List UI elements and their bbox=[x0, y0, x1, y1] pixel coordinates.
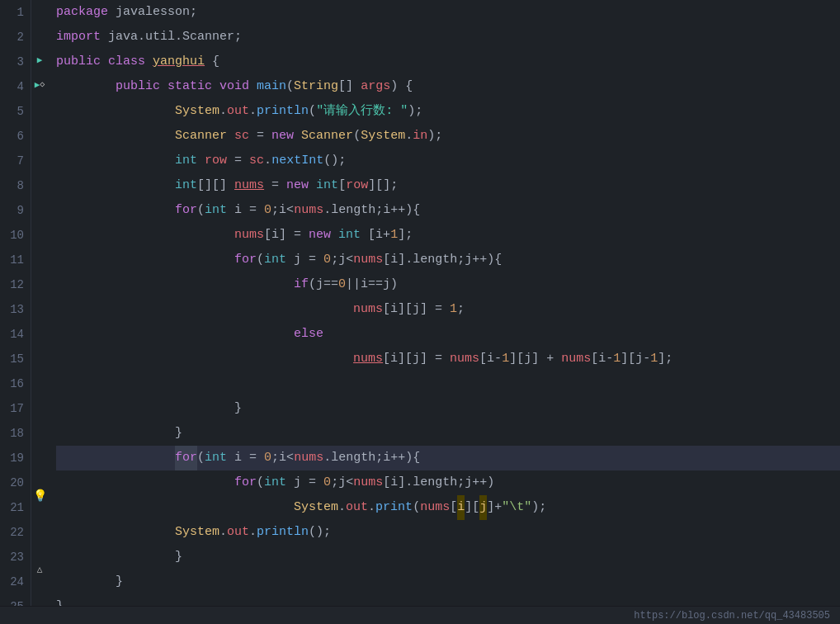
token-int-11: int bbox=[264, 248, 286, 272]
token-zero-11: 0 bbox=[323, 248, 331, 272]
token-package: package bbox=[56, 0, 116, 25]
code-line-21: System.out.print(nums[i][j]+"\t"); bbox=[56, 495, 840, 520]
token-int-19: int bbox=[205, 446, 227, 470]
line-num-14: 14 bbox=[5, 322, 24, 347]
token-nums-9: nums bbox=[294, 198, 323, 223]
token-space-6a bbox=[227, 124, 234, 149]
token-brace-25: } bbox=[56, 594, 64, 606]
gutter-18 bbox=[31, 412, 48, 436]
token-dot-7: . bbox=[264, 149, 271, 173]
token-bracket-15d: [i- bbox=[591, 347, 613, 371]
token-semi-9a: ;i< bbox=[271, 198, 294, 223]
token-args: args bbox=[361, 74, 390, 99]
token-zero-19: 0 bbox=[264, 446, 271, 470]
token-paren-12a: (j== bbox=[309, 272, 338, 297]
token-indent-10 bbox=[56, 223, 234, 248]
gutter-5 bbox=[31, 97, 48, 121]
token-row: row bbox=[205, 149, 227, 173]
code-line-10: nums[i] = new int [i+1]; bbox=[56, 223, 840, 248]
token-for-19: for bbox=[175, 446, 197, 470]
token-paren-19a: ( bbox=[197, 446, 205, 470]
code-line-12: if(j==0||i==j) bbox=[56, 272, 840, 297]
token-indent-24 bbox=[56, 570, 116, 594]
token-paren-6b: ); bbox=[427, 124, 442, 149]
token-bracket-13: [i][j] = bbox=[383, 297, 450, 322]
gutter-11 bbox=[31, 243, 48, 267]
gutter-17 bbox=[31, 387, 48, 411]
code-line-6: Scanner sc = new Scanner(System.in); bbox=[56, 124, 840, 149]
line-num-13: 13 bbox=[5, 297, 24, 322]
token-one-15b: 1 bbox=[613, 347, 621, 371]
code-line-19: for(int i = 0;i<nums.length;i++){ bbox=[56, 446, 840, 470]
status-bar: https://blog.csdn.net/qq_43483505 bbox=[0, 606, 840, 624]
line-num-20: 20 bbox=[5, 470, 24, 495]
token-nextint: nextInt bbox=[271, 149, 323, 173]
token-system-6: System bbox=[361, 124, 405, 149]
token-i-init-9: i = bbox=[227, 198, 264, 223]
gutter-4: ▶ ◇ bbox=[31, 73, 48, 97]
token-public-1: public bbox=[56, 50, 108, 74]
token-else-14: else bbox=[294, 322, 323, 347]
token-zero-9: 0 bbox=[264, 198, 271, 223]
line-num-10: 10 bbox=[5, 223, 24, 248]
token-bracket-20: [i].length;j++) bbox=[383, 470, 494, 495]
token-paren-21b: ); bbox=[531, 495, 546, 520]
token-indent-23 bbox=[56, 545, 175, 570]
code-line-15: nums[i][j] = nums[i-1][j] + nums[i-1][j-… bbox=[56, 347, 840, 371]
code-line-24: } bbox=[56, 570, 840, 594]
code-line-3: public class yanghui { bbox=[56, 50, 840, 74]
code-line-14: else bbox=[56, 322, 840, 347]
token-zero-20: 0 bbox=[323, 470, 331, 495]
gutter-16 bbox=[31, 363, 48, 387]
token-semi-11: ;j< bbox=[331, 248, 353, 272]
token-space-7a bbox=[197, 149, 205, 173]
token-dot-5b: . bbox=[249, 99, 257, 124]
token-semi-19: ;i< bbox=[271, 446, 294, 470]
token-bracket-10b: [i+ bbox=[368, 223, 390, 248]
token-paren-21a: ( bbox=[413, 495, 420, 520]
token-one-13: 1 bbox=[450, 297, 457, 322]
token-print-21: print bbox=[375, 495, 413, 520]
token-brace-24: } bbox=[116, 570, 123, 594]
line-num-2: 2 bbox=[5, 25, 24, 50]
token-println-22: println bbox=[257, 520, 309, 545]
token-void: void bbox=[219, 74, 257, 99]
token-system-5: System bbox=[175, 99, 219, 124]
token-row-8: row bbox=[346, 173, 368, 198]
token-class: class bbox=[108, 50, 153, 74]
token-nums: nums bbox=[234, 173, 264, 198]
token-indent-17 bbox=[56, 396, 234, 421]
token-new-8: new bbox=[286, 173, 316, 198]
code-lines[interactable]: package javalesson; import java.util.Sca… bbox=[48, 0, 840, 606]
code-line-1: package javalesson; bbox=[56, 0, 840, 25]
token-nums-13: nums bbox=[353, 297, 383, 322]
gutter-24: △ bbox=[31, 557, 48, 582]
token-dot-5a: . bbox=[219, 99, 227, 124]
gutter-1 bbox=[31, 0, 48, 24]
line-num-22: 22 bbox=[5, 520, 24, 545]
token-dot-6: . bbox=[405, 124, 413, 149]
token-one-10: 1 bbox=[390, 223, 398, 248]
token-bracket-15e: ][j- bbox=[621, 347, 650, 371]
token-scanner: Scanner bbox=[175, 124, 227, 149]
diamond-4: ◇ bbox=[40, 73, 45, 97]
token-indent-8 bbox=[56, 173, 175, 198]
token-bracket-21c: ]+ bbox=[487, 495, 502, 520]
token-paren-6a: ( bbox=[353, 124, 361, 149]
line-num-8: 8 bbox=[5, 173, 24, 198]
token-if-12: if bbox=[294, 272, 309, 297]
token-bracket-10a: [i] = bbox=[264, 223, 309, 248]
token-sc: sc bbox=[234, 124, 249, 149]
token-semi-20: ;j< bbox=[331, 470, 353, 495]
token-indent-13 bbox=[56, 297, 353, 322]
token-eq-7: = bbox=[227, 149, 249, 173]
token-i-21: i bbox=[457, 495, 465, 520]
token-int-20: int bbox=[264, 470, 286, 495]
token-for-9: for bbox=[175, 198, 197, 223]
token-indent-12 bbox=[56, 272, 294, 297]
token-bracket-21a: [ bbox=[450, 495, 457, 520]
token-int-8: int bbox=[175, 173, 197, 198]
token-import-path: java.util.Scanner; bbox=[108, 25, 242, 50]
token-nums-15b: nums bbox=[450, 347, 479, 371]
token-brace-23: } bbox=[175, 545, 182, 570]
